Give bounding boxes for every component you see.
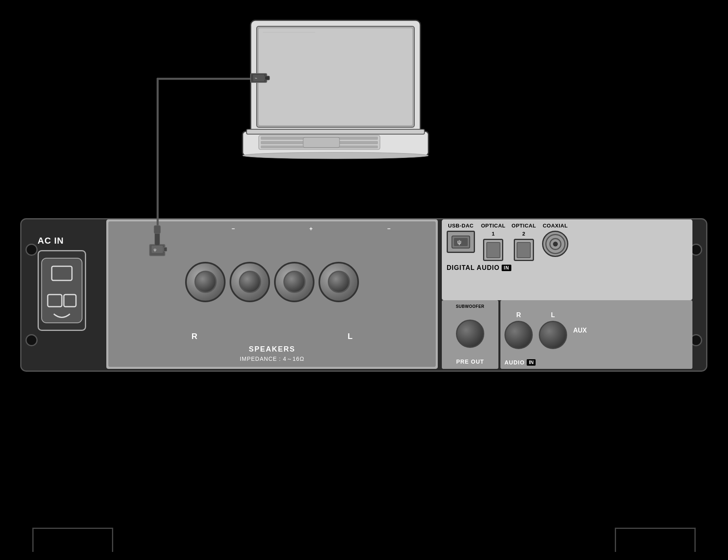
l-label: L [551, 312, 555, 319]
audio-in-label-row: AUDIO IN [504, 359, 688, 366]
rca-left-group: L [539, 312, 567, 349]
optical-2-label: OPTICAL [512, 223, 536, 229]
rca-right-knob [504, 321, 533, 349]
terminal-knob-4 [319, 262, 359, 302]
digital-in-badge: IN [502, 265, 511, 271]
plus-label-2: + [309, 225, 312, 232]
laptop-svg [234, 12, 437, 166]
optical-2-group: OPTICAL 2 [512, 223, 536, 261]
ac-connector [38, 250, 86, 331]
audio-section: SUBWOOFER PRE OUT R L [442, 300, 692, 369]
optical-1-port [483, 239, 503, 261]
terminal-knob-2-inner [239, 271, 261, 293]
usb-dac-group: USB-DAC ψ [447, 223, 475, 253]
audio-label: AUDIO [504, 359, 525, 366]
minus-label-2: − [387, 225, 390, 232]
usb-dac-port-svg: ψ [451, 234, 471, 250]
rl-labels: R L [112, 332, 432, 341]
optical-2-inner [517, 242, 531, 258]
stand-foot-left [32, 528, 113, 552]
terminal-knobs [181, 232, 363, 332]
impedance-label: IMPEDANCE : 4～16Ω [240, 356, 304, 363]
speakers-section: + − + − [106, 219, 438, 369]
audio-in-section: R L AUX AUDIO IN [500, 300, 692, 369]
amplifier-unit: AC IN [20, 218, 707, 372]
speakers-inner: + − + − [108, 221, 436, 367]
mounting-hole-left-bottom [25, 334, 38, 346]
rca-right-group: R [504, 312, 533, 349]
stand-foot-right [615, 528, 696, 552]
terminal-knob-1 [185, 262, 226, 302]
pre-out-section: SUBWOOFER PRE OUT [442, 300, 498, 369]
audio-in-badge: IN [527, 359, 536, 366]
pre-out-label: PRE OUT [456, 358, 484, 365]
terminal-knob-2 [230, 262, 270, 302]
optical-2-num: 2 [522, 231, 525, 237]
svg-rect-22 [247, 129, 424, 134]
laptop-illustration [234, 12, 437, 166]
speaker-header-row: + − + − [112, 225, 432, 232]
terminal-knob-3-inner [283, 271, 306, 293]
digital-ports-row: USB-DAC ψ OPTICAL 1 [447, 223, 688, 261]
digital-audio-in: DIGITAL AUDIO IN [447, 264, 688, 272]
coaxial-group: COAXIAL [542, 223, 568, 257]
ac-in-label: AC IN [38, 236, 102, 246]
optical-2-port [514, 239, 534, 261]
mounting-hole-left-top [25, 244, 38, 256]
rca-left-knob [539, 321, 567, 349]
r-label: R [516, 312, 521, 319]
coaxial-label: COAXIAL [543, 223, 568, 229]
right-channel-label: R [192, 332, 197, 341]
usb-dac-port: ψ [447, 231, 475, 253]
svg-text:ψ: ψ [457, 239, 462, 245]
subwoofer-knob [456, 320, 484, 348]
coaxial-ring-2 [549, 238, 561, 250]
coaxial-port [542, 231, 568, 257]
aux-label: AUX [573, 327, 587, 334]
optical-1-group: OPTICAL 1 [481, 223, 506, 261]
svg-rect-24 [42, 258, 82, 323]
svg-rect-14 [259, 28, 412, 125]
digital-audio-label: DIGITAL AUDIO [447, 264, 500, 272]
optical-1-inner [486, 242, 500, 258]
subwoofer-label: SUBWOOFER [456, 304, 485, 309]
usb-dac-label: USB-DAC [448, 223, 473, 229]
left-channel-label: L [348, 332, 352, 341]
ac-in-section: AC IN [38, 236, 102, 341]
minus-label-1: − [232, 225, 235, 232]
digital-audio-section: USB-DAC ψ OPTICAL 1 [442, 219, 692, 300]
audio-ports-row: R L AUX [504, 303, 688, 357]
ac-connector-svg [40, 254, 84, 327]
optical-1-label: OPTICAL [481, 223, 506, 229]
terminal-knob-3 [274, 262, 314, 302]
diagram-scene: ⌁ ψ [0, 0, 728, 560]
svg-rect-21 [303, 137, 340, 147]
terminal-knob-1-inner [194, 271, 217, 293]
speakers-label: SPEAKERS [249, 343, 295, 356]
coaxial-center [553, 242, 558, 246]
plus-label-1: + [154, 225, 157, 232]
terminal-knob-4-inner [328, 271, 350, 293]
optical-1-num: 1 [492, 231, 495, 237]
svg-point-23 [243, 152, 428, 159]
coaxial-ring-1 [545, 234, 566, 254]
